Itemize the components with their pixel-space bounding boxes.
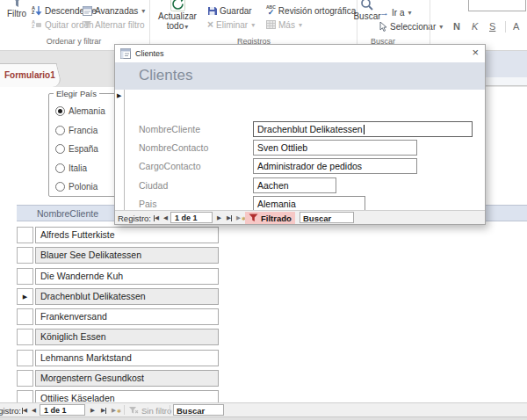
table-row: Königlich Essen — [17, 329, 280, 345]
field-label-cargocontacto: CargoContacto — [139, 161, 201, 171]
italic-button[interactable]: K — [472, 21, 478, 33]
toggle-filter-button[interactable]: Alternar filtro — [83, 18, 145, 31]
cell-nombrecliente[interactable]: Frankenversand — [35, 308, 219, 325]
radio-icon[interactable] — [55, 182, 65, 192]
dialog-record-navigator: Registro: ◀ ◀ 1 de 1 ▶ ▶ ▶✱ Filtrado Bus… — [115, 210, 485, 224]
cell-nombrecliente[interactable]: Königlich Essen — [35, 329, 219, 345]
previous-record-button[interactable]: ◀ — [163, 214, 168, 221]
record-position-box[interactable]: 1 de 1 — [40, 404, 85, 416]
goto-arrow-icon: → — [379, 8, 389, 17]
table-row: Frankenversand — [17, 308, 280, 325]
record-selector[interactable] — [17, 329, 33, 345]
font-name-combobox[interactable] — [468, 0, 526, 11]
record-selector[interactable]: ▶ — [17, 288, 33, 305]
no-filter-funnel-icon — [128, 406, 139, 415]
last-record-button[interactable]: ▶ — [227, 214, 232, 221]
record-selector[interactable] — [17, 227, 33, 243]
font-color-button[interactable]: A — [513, 21, 519, 33]
ribbon-separator — [149, 0, 150, 46]
radio-option-alemania[interactable]: Alemania — [55, 105, 105, 117]
record-selector-bar[interactable]: ▶ — [115, 90, 125, 212]
tab-label: Formulario1 — [0, 64, 51, 80]
cell-nombrecliente[interactable]: Lehmanns Marktstand — [35, 350, 219, 366]
radio-icon[interactable] — [55, 126, 65, 135]
cell-nombrecliente[interactable]: Alfreds Futterkiste — [35, 227, 219, 243]
radio-icon[interactable] — [55, 144, 65, 154]
field-input-nombrecontacto[interactable]: Sven Ottlieb — [253, 140, 417, 156]
field-input-cargocontacto[interactable]: Administrador de pedidos — [253, 158, 417, 174]
radio-label: España — [69, 144, 98, 154]
field-input-ciudad[interactable]: Aachen — [253, 177, 336, 193]
chevron-down-icon: ▾ — [439, 23, 443, 31]
record-selector[interactable] — [17, 308, 33, 325]
navigator-separator — [124, 405, 125, 415]
record-selector[interactable] — [17, 370, 33, 387]
filter-state-label[interactable]: Sin filtro — [141, 406, 171, 416]
close-icon[interactable]: × — [472, 46, 479, 59]
tab-formulario1[interactable]: Formulario1 — [0, 63, 51, 87]
status-bar-sliver — [0, 416, 527, 420]
save-icon — [207, 6, 217, 16]
dialog-titlebar[interactable]: Clientes × — [115, 45, 485, 62]
filter-label: Filtro — [7, 9, 26, 18]
radio-icon[interactable] — [55, 163, 65, 173]
next-record-button[interactable]: ▶ — [90, 407, 95, 414]
delete-x-icon: × — [207, 20, 213, 29]
goto-button[interactable]: → Ir a ▾ — [379, 6, 411, 18]
cell-nombrecliente[interactable]: Blauer See Delikatessen — [35, 247, 219, 264]
text-cursor — [364, 125, 365, 134]
record-selector[interactable] — [17, 350, 33, 366]
cell-nombrecliente[interactable]: Morgenstern Gesundkost — [35, 370, 219, 387]
underline-button[interactable]: S — [489, 21, 495, 33]
save-button[interactable]: Guardar — [207, 4, 252, 17]
more-button[interactable]: Más ▾ — [266, 18, 302, 31]
more-table-icon — [266, 20, 276, 29]
sort-descending-icon: AZ — [32, 6, 42, 16]
radio-option-francia[interactable]: Francia — [55, 124, 97, 136]
funnel-icon — [11, 0, 24, 9]
advanced-filter-button[interactable]: Avanzadas ▾ — [83, 4, 145, 17]
record-selector[interactable] — [17, 247, 33, 264]
radio-option-españa[interactable]: España — [55, 142, 98, 155]
table-row: Morgenstern Gesundkost — [17, 370, 280, 387]
form-header-sliver-lower — [486, 77, 527, 86]
table-row: Alfreds Futterkiste — [17, 227, 280, 243]
form-icon — [120, 48, 131, 59]
field-label-nombrecliente: NombreCliente — [139, 124, 200, 134]
cell-nombrecliente[interactable]: Drachenblut Delikatessen — [35, 288, 219, 305]
radio-option-polonia[interactable]: Polonia — [55, 180, 97, 192]
refresh-icon — [170, 0, 185, 11]
previous-record-button[interactable]: ◀ — [32, 407, 36, 414]
filtered-toggle[interactable]: Filtrado — [245, 212, 295, 224]
first-record-button[interactable]: ◀ — [22, 407, 27, 414]
field-label-ciudad: Ciudad — [139, 180, 168, 191]
last-record-button[interactable]: ▶ — [101, 407, 106, 414]
spelling-abc-check-icon: ABC✓ — [266, 5, 276, 16]
next-record-button[interactable]: ▶ — [217, 214, 221, 221]
form-detail-section: ▶ NombreClienteDrachenblut DelikatessenN… — [115, 90, 485, 212]
radio-option-italia[interactable]: Italia — [55, 162, 87, 174]
form-header-sliver — [486, 51, 527, 77]
delete-button[interactable]: × Eliminar ▾ — [207, 18, 255, 31]
new-record-button[interactable]: ▶✱ — [112, 407, 121, 414]
radio-label: Francia — [69, 126, 97, 135]
chevron-down-icon: ▾ — [408, 9, 411, 17]
field-input-nombrecliente[interactable]: Drachenblut Delikatessen — [253, 121, 473, 137]
record-selector[interactable] — [17, 268, 33, 285]
search-input[interactable]: Buscar — [300, 212, 354, 223]
filtered-funnel-icon — [249, 214, 258, 222]
toggle-filter-funnel-icon — [83, 20, 92, 29]
radio-selected-icon[interactable] — [55, 106, 65, 116]
spelling-button[interactable]: ABC✓ Revisión ortográfica — [266, 4, 356, 17]
format-divider — [505, 21, 506, 33]
record-position-box[interactable]: 1 de 1 — [170, 212, 213, 223]
bold-button[interactable]: N — [453, 21, 460, 33]
clientes-dialog: Clientes × Clientes ▶ NombreClienteDrach… — [114, 44, 486, 225]
select-button[interactable]: Seleccionar ▾ — [379, 20, 443, 33]
search-input[interactable]: Buscar — [173, 404, 224, 416]
cell-nombrecliente[interactable]: Die Wandernde Kuh — [35, 268, 219, 285]
first-record-button[interactable]: ◀ — [154, 214, 159, 221]
table-row: Lehmanns Marktstand — [17, 350, 280, 366]
radio-label: Italia — [69, 163, 87, 173]
radio-label: Alemania — [69, 106, 105, 116]
